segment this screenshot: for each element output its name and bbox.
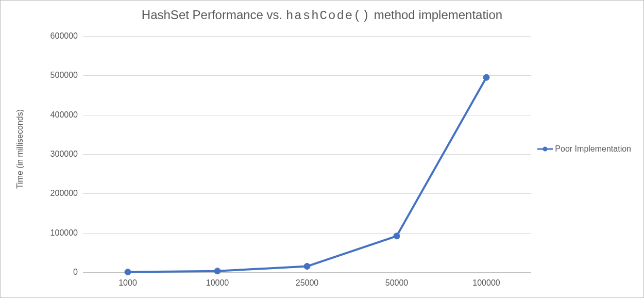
data-point bbox=[483, 74, 489, 80]
x-tick-label: 25000 bbox=[296, 278, 319, 288]
x-tick-label: 100000 bbox=[472, 278, 500, 288]
y-tick-label: 200000 bbox=[50, 189, 78, 198]
legend-series-label: Poor Implementation bbox=[555, 144, 631, 154]
x-tick-label: 10000 bbox=[206, 278, 229, 288]
y-tick-label: 500000 bbox=[50, 71, 78, 80]
title-part-1: HashSet Performance vs. bbox=[142, 8, 286, 22]
y-tick-label: 400000 bbox=[50, 110, 78, 120]
legend: Poor Implementation bbox=[537, 144, 631, 154]
y-tick-label: 0 bbox=[73, 268, 78, 277]
title-part-3: method implementation bbox=[370, 8, 502, 22]
series-line bbox=[128, 77, 486, 272]
legend-marker-icon bbox=[537, 146, 553, 152]
data-point bbox=[125, 269, 131, 275]
plot-area: 0100000200000300000400000500000600000100… bbox=[83, 36, 531, 272]
y-tick-label: 100000 bbox=[50, 228, 78, 238]
data-point bbox=[394, 233, 400, 239]
x-tick-label: 50000 bbox=[385, 278, 409, 288]
title-part-code: hashCode() bbox=[286, 9, 370, 23]
data-point bbox=[304, 263, 310, 270]
x-tick-label: 1000 bbox=[118, 278, 137, 288]
chart-title: HashSet Performance vs. hashCode() metho… bbox=[1, 8, 643, 23]
y-axis-label: Time (in milliseconds) bbox=[15, 109, 25, 189]
y-tick-label: 300000 bbox=[50, 150, 78, 159]
chart-container: HashSet Performance vs. hashCode() metho… bbox=[0, 0, 644, 298]
data-point bbox=[214, 268, 221, 274]
y-tick-label: 600000 bbox=[50, 31, 78, 41]
series-layer bbox=[83, 36, 531, 272]
